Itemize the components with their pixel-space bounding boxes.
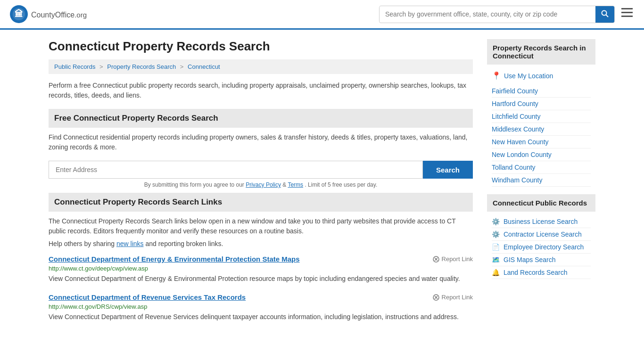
sidebar-county-new-haven[interactable]: New Haven County [492, 136, 591, 148]
terms-link[interactable]: Terms [288, 181, 303, 188]
logo-name: CountyOffice [31, 11, 74, 19]
land-records-icon: 🔔 [492, 269, 500, 276]
sidebar-county-new-london[interactable]: New London County [492, 148, 591, 161]
new-links-link[interactable]: new links [116, 240, 144, 247]
link-entry-2-title[interactable]: Connecticut Department of Revenue Servic… [49, 293, 246, 301]
free-search-section: Free Connecticut Property Records Search… [49, 109, 473, 188]
share-end-text: and reporting broken links. [145, 240, 223, 247]
sidebar-public-records-list: ⚙️ Business License Search ⚙️ Contractor… [487, 215, 595, 279]
link-entry-2-url: http://www.ct.gov/DRS/cwp/view.asp [49, 303, 473, 310]
contractor-license-icon: ⚙️ [492, 230, 500, 238]
report-icon-2 [432, 294, 440, 301]
report-link-1[interactable]: Report Link [432, 255, 473, 263]
share-text: Help others by sharing [49, 240, 115, 247]
link-entry-2-desc: View Connecticut Department of Revenue S… [49, 312, 473, 322]
link-entry-1: Connecticut Department of Energy & Envir… [49, 255, 473, 284]
svg-rect-6 [621, 12, 633, 13]
use-my-location-link[interactable]: Use My Location [504, 72, 553, 80]
links-header: Connecticut Property Records Search Link… [49, 193, 473, 212]
header-right [379, 6, 635, 23]
gis-maps-link[interactable]: GIS Maps Search [504, 256, 556, 263]
header-search-bar [379, 6, 615, 23]
breadcrumb-public-records[interactable]: Public Records [54, 63, 95, 70]
sidebar-contractor-license: ⚙️ Contractor License Search [492, 228, 591, 241]
link-entry-1-header: Connecticut Department of Energy & Envir… [49, 255, 473, 263]
and-text: & [282, 181, 286, 188]
report-text-2: Report Link [442, 294, 473, 301]
disclaimer-text: By submitting this form you agree to our [144, 181, 244, 188]
breadcrumb-sep-2: > [180, 63, 184, 70]
sidebar-business-license: ⚙️ Business License Search [492, 215, 591, 228]
land-records-link[interactable]: Land Records Search [504, 269, 567, 276]
link-entry-2-header: Connecticut Department of Revenue Servic… [49, 293, 473, 301]
sidebar-county-windham[interactable]: Windham County [492, 174, 591, 187]
hamburger-button[interactable] [619, 6, 635, 22]
svg-point-3 [602, 10, 607, 15]
svg-rect-5 [621, 8, 633, 9]
svg-rect-7 [621, 16, 633, 17]
report-link-2[interactable]: Report Link [432, 294, 473, 301]
sidebar-county-tolland[interactable]: Tolland County [492, 161, 591, 174]
business-license-icon: ⚙️ [492, 218, 500, 225]
business-license-link[interactable]: Business License Search [504, 218, 578, 225]
sidebar-employee-directory: 📄 Employee Directory Search [492, 241, 591, 254]
logo-icon: 🏛 [9, 5, 28, 24]
property-search-button[interactable]: Search [423, 161, 473, 179]
free-search-header: Free Connecticut Property Records Search [49, 109, 473, 128]
sidebar-county-hartford[interactable]: Hartford County [492, 98, 591, 110]
svg-line-4 [606, 15, 609, 17]
link-entry-2: Connecticut Department of Revenue Servic… [49, 293, 473, 322]
sidebar-county-list: Fairfield County Hartford County Litchfi… [487, 85, 595, 187]
sidebar-property-records-title: Property Records Search in Connecticut [487, 39, 595, 65]
sidebar-county-fairfield[interactable]: Fairfield County [492, 85, 591, 98]
header-search-button[interactable] [595, 6, 614, 23]
free-search-description: Find Connecticut residential property re… [49, 132, 473, 152]
links-section: Connecticut Property Records Search Link… [49, 193, 473, 322]
contractor-license-link[interactable]: Contractor License Search [504, 230, 582, 238]
address-input[interactable] [49, 161, 423, 179]
links-description: The Connecticut Property Records Search … [49, 216, 473, 236]
employee-directory-icon: 📄 [492, 243, 500, 251]
gis-maps-icon: 🗺️ [492, 256, 500, 263]
main-container: Connecticut Property Records Search Publ… [39, 30, 605, 341]
report-text-1: Report Link [442, 255, 473, 263]
logo[interactable]: 🏛 CountyOffice.org [9, 5, 87, 24]
header-search-input[interactable] [380, 7, 595, 22]
breadcrumb: Public Records > Property Records Search… [49, 59, 473, 74]
sidebar-county-litchfield[interactable]: Litchfield County [492, 110, 591, 123]
form-disclaimer: By submitting this form you agree to our… [49, 181, 473, 188]
property-search-box: Search [49, 161, 473, 179]
logo-text: CountyOffice.org [31, 9, 87, 20]
sidebar: Property Records Search in Connecticut 📍… [487, 39, 595, 331]
location-pin-icon: 📍 [492, 71, 501, 80]
link-entry-1-url: http://www.ct.gov/deep/cwp/view.asp [49, 265, 473, 272]
link-entry-1-desc: View Connecticut Department of Energy & … [49, 274, 473, 284]
report-icon-1 [432, 255, 440, 263]
limit-text: . Limit of 5 free uses per day. [305, 181, 377, 188]
hamburger-icon [621, 8, 633, 17]
sidebar-use-location[interactable]: 📍 Use My Location [487, 68, 595, 83]
sidebar-gis-maps: 🗺️ GIS Maps Search [492, 254, 591, 266]
svg-text:🏛: 🏛 [15, 9, 23, 19]
breadcrumb-connecticut[interactable]: Connecticut [188, 63, 220, 70]
header: 🏛 CountyOffice.org [0, 0, 644, 30]
sidebar-public-records-title: Connecticut Public Records [487, 194, 595, 212]
breadcrumb-property-records-search[interactable]: Property Records Search [107, 63, 176, 70]
sidebar-land-records: 🔔 Land Records Search [492, 266, 591, 279]
breadcrumb-sep-1: > [99, 63, 103, 70]
logo-suffix: .org [74, 11, 87, 19]
employee-directory-link[interactable]: Employee Directory Search [504, 243, 584, 251]
content-area: Connecticut Property Records Search Publ… [49, 39, 473, 331]
page-title: Connecticut Property Records Search [49, 39, 473, 54]
page-description: Perform a free Connecticut public proper… [49, 81, 473, 100]
sidebar-county-middlesex[interactable]: Middlesex County [492, 123, 591, 136]
privacy-policy-link[interactable]: Privacy Policy [246, 181, 281, 188]
link-entry-1-title[interactable]: Connecticut Department of Energy & Envir… [49, 255, 300, 263]
share-links-text: Help others by sharing new links and rep… [49, 240, 473, 247]
search-icon [601, 10, 609, 17]
